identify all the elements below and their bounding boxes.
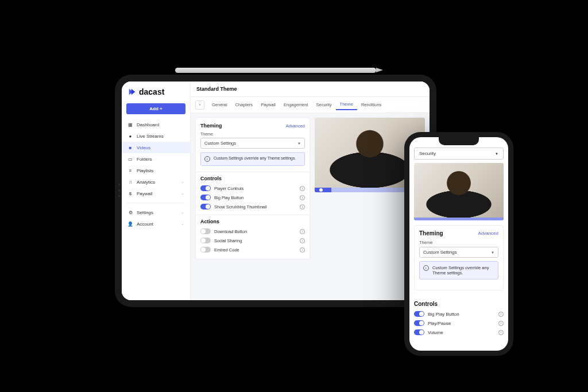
- action-embed-code: Embed Code i: [200, 245, 305, 254]
- phone-theme-notice-text: Custom Settings override any Theme setti…: [432, 265, 494, 275]
- sidebar: dacast Add + ▦ Dashboard ● Live Streams …: [122, 81, 191, 300]
- sidebar-item-folders[interactable]: ▭ Folders: [122, 153, 190, 165]
- video-icon: ■: [127, 145, 133, 150]
- chevron-down-icon: ⌄: [181, 180, 184, 184]
- page-title: Standard Theme: [191, 81, 430, 97]
- sidebar-item-paywall[interactable]: $ Paywall ⌄: [122, 188, 190, 199]
- info-icon[interactable]: i: [300, 195, 305, 200]
- control-scrubbing-thumbnail: Show Scrubbing Thumbnail i: [200, 202, 305, 211]
- settings-panel: Theming Advanced Theme Custom Settings ▼…: [195, 118, 310, 259]
- sidebar-item-videos[interactable]: ■ Videos: [122, 142, 190, 153]
- toggle-download-button[interactable]: [200, 228, 211, 234]
- action-label: Download Button: [214, 229, 296, 234]
- info-icon[interactable]: i: [498, 321, 504, 326]
- dollar-icon: $: [127, 191, 133, 196]
- sidebar-item-analytics[interactable]: ⎍ Analytics ⌄: [122, 176, 190, 188]
- info-icon[interactable]: i: [300, 247, 305, 253]
- toggle-player-controls[interactable]: [200, 185, 211, 191]
- phone-controls-heading: Controls: [414, 301, 504, 307]
- action-label: Social Sharing: [214, 238, 296, 243]
- sidebar-item-label: Dashboard: [137, 122, 159, 127]
- sidebar-item-playlists[interactable]: ≡ Playlists: [122, 165, 190, 176]
- phone-toggle-volume[interactable]: [414, 329, 424, 335]
- control-big-play-button: Big Play Button i: [200, 193, 305, 202]
- sidebar-item-label: Account: [137, 222, 153, 227]
- phone-toggle-play-pause[interactable]: [414, 320, 424, 326]
- back-button[interactable]: ‹: [195, 100, 204, 110]
- gear-icon: ⚙: [127, 209, 133, 215]
- sidebar-item-dashboard[interactable]: ▦ Dashboard: [122, 119, 190, 130]
- phone-theme-notice: i Custom Settings override any Theme set…: [419, 261, 498, 280]
- tab-renditions[interactable]: Renditions: [357, 100, 385, 110]
- phone-theme-select-value: Custom Settings: [423, 250, 457, 255]
- chevron-down-icon: ▼: [495, 152, 498, 156]
- tab-general[interactable]: General: [208, 100, 231, 110]
- info-icon[interactable]: i: [498, 330, 504, 335]
- brand-name: dacast: [139, 87, 164, 96]
- info-icon[interactable]: i: [300, 204, 305, 209]
- phone-notch: [439, 137, 479, 145]
- sidebar-item-settings[interactable]: ⚙ Settings ⌄: [122, 207, 190, 218]
- user-icon: 👤: [127, 221, 133, 227]
- chevron-down-icon: ⌄: [181, 191, 184, 196]
- toggle-big-play-button[interactable]: [200, 195, 211, 200]
- toggle-social-sharing[interactable]: [200, 238, 211, 243]
- tablet-screen: dacast Add + ▦ Dashboard ● Live Streams …: [122, 81, 430, 300]
- sidebar-divider: [127, 203, 184, 203]
- sidebar-item-label: Folders: [137, 157, 152, 162]
- theme-select[interactable]: Custom Settings ▼: [200, 138, 305, 149]
- phone-control-play-pause: Play/Pause i: [414, 319, 504, 328]
- info-icon[interactable]: i: [498, 312, 504, 317]
- phone-control-volume: Volume i: [414, 328, 504, 337]
- stylus-pencil: [175, 68, 376, 73]
- action-social-sharing: Social Sharing i: [200, 236, 305, 245]
- sidebar-item-label: Paywall: [137, 191, 153, 196]
- phone-toggle-big-play[interactable]: [414, 311, 424, 317]
- phone-device: Security ▼ Theming Advanced Theme Custom…: [404, 132, 513, 356]
- phone-control-label: Play/Pause: [428, 321, 495, 326]
- info-icon[interactable]: i: [300, 229, 305, 234]
- phone-controls-section: Controls Big Play Button i Play/Pause i …: [414, 297, 504, 337]
- info-icon[interactable]: i: [300, 238, 305, 243]
- sidebar-item-label: Videos: [137, 145, 150, 150]
- phone-advanced-link[interactable]: Advanced: [478, 231, 498, 236]
- phone-video-preview[interactable]: [414, 163, 504, 220]
- brand-logo: dacast: [122, 81, 190, 101]
- brand-chevron-icon: [127, 87, 137, 96]
- theme-notice: i Custom Settings override any Theme set…: [200, 152, 305, 166]
- add-button[interactable]: Add +: [126, 103, 185, 114]
- info-icon: i: [423, 265, 429, 271]
- phone-section-select[interactable]: Security ▼: [414, 148, 504, 160]
- phone-control-big-play: Big Play Button i: [414, 309, 504, 319]
- toggle-embed-code[interactable]: [200, 247, 211, 253]
- phone-theming-panel: Theming Advanced Theme Custom Settings ▼…: [414, 225, 504, 290]
- chevron-down-icon: ▼: [491, 251, 494, 254]
- tab-chapters[interactable]: Chapters: [231, 100, 257, 110]
- theme-notice-text: Custom Settings override any Theme setti…: [214, 156, 296, 162]
- camera-icon: ●: [127, 133, 133, 139]
- phone-control-label: Big Play Button: [428, 312, 495, 317]
- action-label: Embed Code: [214, 247, 296, 253]
- theming-heading: Theming: [200, 123, 222, 129]
- tab-theme[interactable]: Theme: [336, 99, 357, 110]
- control-player-controls: Player Controls i: [200, 184, 305, 193]
- chevron-down-icon: ▼: [297, 142, 301, 145]
- action-download-button: Download Button i: [200, 227, 305, 236]
- info-icon[interactable]: i: [300, 186, 305, 191]
- dashboard-icon: ▦: [127, 122, 133, 127]
- tab-security[interactable]: Security: [312, 100, 336, 110]
- toggle-scrubbing-thumbnail[interactable]: [200, 204, 211, 209]
- tab-paywall[interactable]: Paywall: [257, 100, 280, 110]
- advanced-link[interactable]: Advanced: [286, 123, 305, 129]
- chevron-down-icon: ⌄: [181, 210, 184, 215]
- sidebar-item-live-streams[interactable]: ● Live Streams: [122, 130, 190, 142]
- control-label: Big Play Button: [214, 195, 296, 200]
- theme-field-label: Theme: [200, 132, 305, 136]
- tab-engagement[interactable]: Engagement: [280, 100, 312, 110]
- phone-theme-select[interactable]: Custom Settings ▼: [419, 247, 498, 258]
- info-icon: i: [204, 156, 210, 162]
- sidebar-item-label: Settings: [137, 210, 153, 215]
- sidebar-item-account[interactable]: 👤 Account ⌄: [122, 218, 190, 230]
- chevron-down-icon: ⌄: [181, 222, 184, 226]
- folder-icon: ▭: [127, 156, 133, 162]
